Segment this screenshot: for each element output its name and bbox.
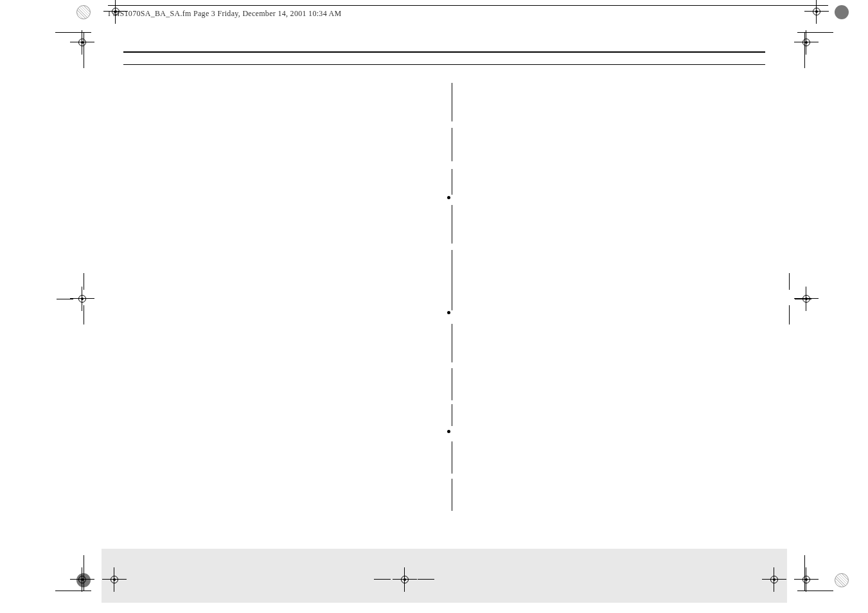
divider-segment (452, 128, 452, 161)
divider-segment (452, 404, 452, 426)
crosshair-bl (69, 567, 95, 592)
crosshair-bc (392, 567, 418, 592)
bullet-icon (447, 311, 450, 314)
file-header-text: I MS1070SA_BA_SA.fm Page 3 Friday, Decem… (108, 9, 342, 18)
crosshair-mr (793, 286, 819, 312)
divider-segment (452, 250, 452, 295)
bullet-icon (447, 430, 450, 433)
page-content-area (123, 51, 765, 540)
bullet-icon (447, 196, 450, 199)
crosshair-header-left (103, 0, 128, 24)
crop-mark-bc-r (418, 579, 434, 580)
divider-segment (452, 368, 452, 400)
crosshair-br-inner (761, 567, 787, 592)
registration-circle-br (835, 573, 849, 587)
divider-segment (452, 479, 452, 511)
crop-mark-mr-bot (789, 305, 790, 324)
registration-circle-tl (76, 5, 91, 19)
page-top-thin-rule (123, 64, 765, 65)
file-header-rule: I MS1070SA_BA_SA.fm Page 3 Friday, Decem… (108, 5, 828, 19)
left-column (123, 83, 435, 513)
crop-mark-mr-top (789, 273, 790, 290)
right-column (453, 83, 765, 513)
divider-segment (452, 169, 452, 195)
crosshair-tl (69, 30, 95, 55)
page-columns (123, 83, 765, 513)
footer-gray-bar (102, 549, 787, 603)
crop-mark-bc-l (374, 579, 391, 580)
divider-segment (452, 83, 452, 121)
crosshair-tr (793, 30, 819, 55)
divider-segment (452, 295, 452, 310)
page-top-thick-rule (123, 51, 765, 53)
crosshair-br (793, 567, 819, 592)
divider-segment (452, 441, 452, 474)
registration-circle-tr (835, 5, 849, 19)
crosshair-bl-inner (102, 567, 127, 592)
crosshair-header-right (804, 0, 829, 24)
crosshair-ml (69, 286, 95, 312)
divider-segment (452, 324, 452, 362)
divider-segment (452, 205, 452, 244)
